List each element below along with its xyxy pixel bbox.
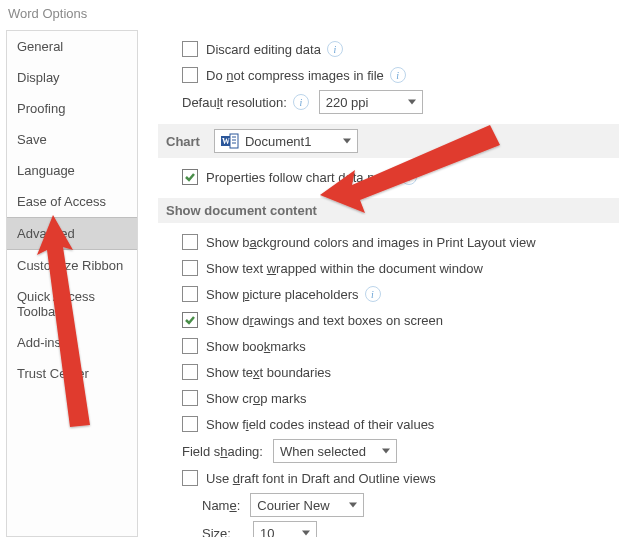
label-text-boundaries: Show text boundaries: [206, 365, 331, 380]
checkbox-text-boundaries[interactable]: [182, 364, 198, 380]
label-bookmarks: Show bookmarks: [206, 339, 306, 354]
select-chart-document[interactable]: W Document1: [214, 129, 358, 153]
nav-advanced[interactable]: Advanced: [7, 217, 137, 250]
select-default-resolution[interactable]: 220 ppi: [319, 90, 423, 114]
svg-rect-2: [230, 134, 238, 148]
nav-customize-ribbon[interactable]: Customize Ribbon: [7, 250, 137, 281]
select-font-size[interactable]: 10: [253, 521, 317, 537]
label-font-name: Name:: [202, 498, 240, 513]
label-bg-colors: Show background colors and images in Pri…: [206, 235, 536, 250]
label-field-codes: Show field codes instead of their values: [206, 417, 434, 432]
nav-language[interactable]: Language: [7, 155, 137, 186]
label-crop-marks: Show crop marks: [206, 391, 306, 406]
checkbox-discard-editing[interactable]: [182, 41, 198, 57]
checkbox-field-codes[interactable]: [182, 416, 198, 432]
word-doc-icon: W: [221, 133, 239, 149]
section-chart: Chart W Document1: [158, 124, 619, 158]
nav-quick-access-toolbar[interactable]: Quick Access Toolbar: [7, 281, 137, 327]
select-field-shading[interactable]: When selected: [273, 439, 397, 463]
info-icon[interactable]: i: [390, 67, 406, 83]
svg-text:W: W: [222, 137, 230, 146]
checkbox-no-compress[interactable]: [182, 67, 198, 83]
options-pane: Discard editing data i Do not compress i…: [138, 30, 625, 537]
select-font-name[interactable]: Courier New: [250, 493, 364, 517]
nav-display[interactable]: Display: [7, 62, 137, 93]
section-doc-content-label: Show document content: [166, 203, 317, 218]
nav-proofing[interactable]: Proofing: [7, 93, 137, 124]
nav-trust-center[interactable]: Trust Center: [7, 358, 137, 389]
checkbox-draft-font[interactable]: [182, 470, 198, 486]
checkbox-bookmarks[interactable]: [182, 338, 198, 354]
checkbox-text-wrap[interactable]: [182, 260, 198, 276]
label-field-shading: Field shading:: [182, 444, 263, 459]
info-icon[interactable]: i: [365, 286, 381, 302]
nav-add-ins[interactable]: Add-ins: [7, 327, 137, 358]
info-icon[interactable]: i: [293, 94, 309, 110]
checkbox-crop-marks[interactable]: [182, 390, 198, 406]
section-show-document-content: Show document content: [158, 198, 619, 223]
nav-save[interactable]: Save: [7, 124, 137, 155]
window-title: Word Options: [8, 6, 87, 21]
label-font-size: Size:: [202, 526, 231, 538]
label-default-resolution: Default resolution:: [182, 95, 287, 110]
label-drawings: Show drawings and text boxes on screen: [206, 313, 443, 328]
label-follow-data-point: Properties follow chart data point: [206, 170, 395, 185]
checkbox-drawings[interactable]: [182, 312, 198, 328]
label-discard-editing: Discard editing data: [206, 42, 321, 57]
label-text-wrap: Show text wrapped within the document wi…: [206, 261, 483, 276]
section-chart-label: Chart: [166, 134, 200, 149]
info-icon[interactable]: i: [327, 41, 343, 57]
nav-sidebar: General Display Proofing Save Language E…: [6, 30, 138, 537]
nav-general[interactable]: General: [7, 31, 137, 62]
checkbox-bg-colors[interactable]: [182, 234, 198, 250]
label-draft-font: Use draft font in Draft and Outline view…: [206, 471, 436, 486]
info-icon[interactable]: i: [401, 169, 417, 185]
checkbox-pic-placeholders[interactable]: [182, 286, 198, 302]
label-no-compress: Do not compress images in file: [206, 68, 384, 83]
checkbox-follow-data-point[interactable]: [182, 169, 198, 185]
nav-ease-of-access[interactable]: Ease of Access: [7, 186, 137, 217]
label-pic-placeholders: Show picture placeholders: [206, 287, 359, 302]
